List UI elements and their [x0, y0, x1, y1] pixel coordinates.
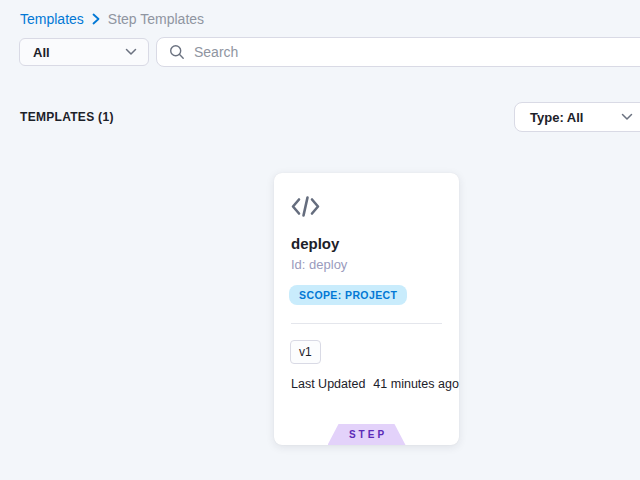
search-icon [169, 44, 185, 60]
template-card-deploy[interactable]: deploy Id: deploy SCOPE: PROJECT v1 Last… [274, 173, 459, 445]
template-name: deploy [291, 235, 339, 252]
chevron-down-icon [125, 48, 137, 56]
scope-filter-value: All [33, 45, 50, 60]
chevron-right-icon [92, 13, 100, 25]
search-box [156, 37, 640, 67]
page: Templates Step Templates All TEMPLATES (… [0, 0, 640, 480]
breadcrumb-current-page: Step Templates [108, 11, 204, 27]
scope-badge: SCOPE: PROJECT [289, 285, 407, 305]
scope-filter-dropdown[interactable]: All [19, 38, 149, 66]
template-id: Id: deploy [291, 257, 347, 272]
last-updated-label: Last Updated [291, 377, 365, 391]
templates-count-label: TEMPLATES (1) [20, 110, 114, 124]
breadcrumb: Templates Step Templates [20, 11, 204, 27]
code-icon [290, 195, 321, 222]
version-chip: v1 [290, 340, 321, 364]
type-filter-dropdown[interactable]: Type: All [514, 102, 640, 132]
search-input[interactable] [194, 44, 635, 60]
chevron-down-icon [621, 113, 633, 121]
breadcrumb-templates-link[interactable]: Templates [20, 11, 84, 27]
type-filter-value: Type: All [530, 110, 583, 125]
last-updated: Last Updated 41 minutes ago [291, 377, 459, 391]
last-updated-value: 41 minutes ago [373, 377, 458, 391]
card-divider [291, 323, 442, 324]
template-type-tag: STEP [328, 424, 406, 445]
